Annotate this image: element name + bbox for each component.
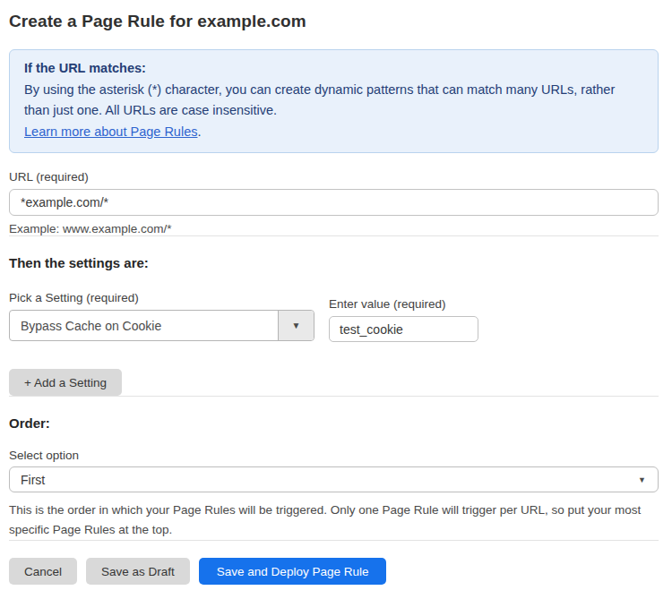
divider — [9, 235, 659, 236]
divider — [9, 396, 659, 397]
link-period: . — [197, 124, 201, 139]
url-label: URL (required) — [9, 170, 659, 184]
save-and-deploy-button[interactable]: Save and Deploy Page Rule — [199, 558, 387, 585]
enter-value-column: Enter value (required) — [329, 297, 478, 342]
setting-select-value: Bypass Cache on Cookie — [10, 319, 278, 333]
divider — [9, 540, 659, 541]
add-setting-button[interactable]: + Add a Setting — [9, 369, 122, 396]
settings-row: Pick a Setting (required) Bypass Cache o… — [9, 291, 659, 342]
url-match-info-box: If the URL matches: By using the asteris… — [9, 49, 659, 153]
cancel-button[interactable]: Cancel — [9, 558, 77, 585]
info-box-body: By using the asterisk (*) character, you… — [24, 80, 643, 122]
order-help-text: This is the order in which your Page Rul… — [9, 500, 647, 540]
chevron-down-icon: ▼ — [638, 475, 646, 483]
setting-select-dropdown-button[interactable]: ▼ — [278, 311, 314, 340]
settings-section-heading: Then the settings are: — [9, 255, 659, 270]
pick-setting-column: Pick a Setting (required) Bypass Cache o… — [9, 291, 314, 341]
url-section: URL (required) Example: www.example.com/… — [9, 170, 659, 235]
create-page-rule-form: Create a Page Rule for example.com If th… — [9, 12, 659, 585]
setting-value-input[interactable] — [329, 316, 478, 342]
url-input[interactable] — [9, 189, 659, 216]
enter-value-label: Enter value (required) — [329, 297, 478, 311]
footer-actions: Cancel Save as Draft Save and Deploy Pag… — [9, 558, 659, 585]
order-select-value: First — [10, 473, 56, 487]
order-section-heading: Order: — [9, 415, 659, 431]
info-box-link-line: Learn more about Page Rules. — [24, 122, 643, 143]
learn-more-page-rules-link[interactable]: Learn more about Page Rules — [24, 124, 197, 139]
order-select-label: Select option — [9, 449, 659, 462]
page-title: Create a Page Rule for example.com — [9, 12, 659, 31]
order-select[interactable]: First ▼ — [9, 466, 659, 492]
info-box-heading: If the URL matches: — [24, 58, 643, 80]
setting-select[interactable]: Bypass Cache on Cookie ▼ — [9, 310, 314, 341]
save-as-draft-button[interactable]: Save as Draft — [86, 558, 190, 585]
chevron-down-icon: ▼ — [292, 321, 301, 330]
pick-setting-label: Pick a Setting (required) — [9, 291, 314, 304]
url-example-helper: Example: www.example.com/* — [9, 222, 659, 235]
